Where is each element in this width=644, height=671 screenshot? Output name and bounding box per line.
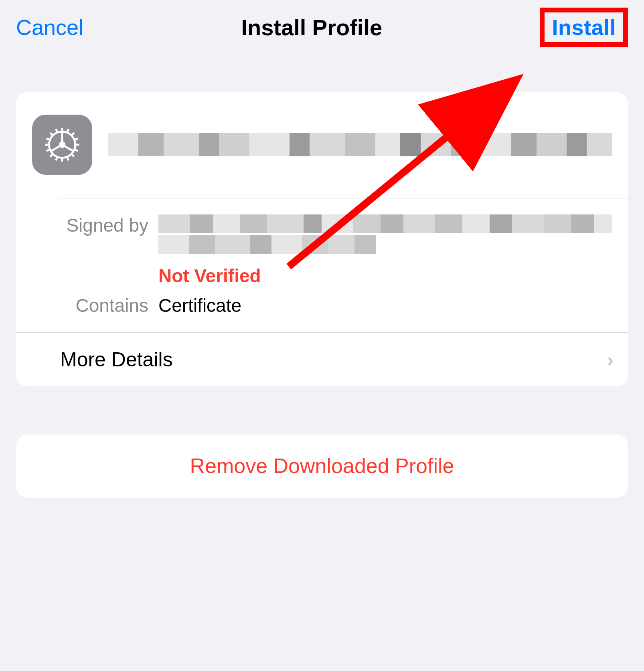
contains-label: Contains	[64, 295, 148, 316]
install-button[interactable]: Install	[552, 15, 616, 39]
signed-by-row: Signed by	[64, 210, 612, 291]
signed-by-label: Signed by	[64, 214, 148, 236]
profile-name-redacted	[108, 133, 612, 156]
cancel-button[interactable]: Cancel	[16, 15, 83, 40]
contains-value: Certificate	[158, 295, 241, 316]
svg-line-18	[47, 150, 50, 151]
svg-line-9	[50, 133, 53, 135]
profile-card: Signed by	[16, 92, 628, 386]
annotation-highlight-box: Install	[540, 8, 628, 47]
svg-line-12	[71, 154, 74, 157]
profile-title-row	[16, 92, 628, 198]
contains-row: Contains Certificate	[64, 291, 612, 320]
svg-line-11	[50, 154, 53, 157]
chevron-right-icon: ›	[607, 349, 614, 371]
modal-title: Install Profile	[241, 14, 382, 40]
verification-status: Not Verified	[158, 265, 612, 287]
svg-line-16	[67, 157, 68, 161]
svg-line-13	[56, 129, 57, 133]
svg-line-17	[47, 139, 50, 140]
svg-line-4	[62, 145, 73, 151]
gear-icon	[32, 115, 92, 175]
svg-line-15	[56, 157, 57, 161]
svg-line-10	[71, 133, 74, 135]
remove-profile-label: Remove Downloaded Profile	[190, 454, 454, 477]
more-details-row[interactable]: More Details ›	[16, 333, 628, 386]
profile-details: Signed by	[16, 198, 628, 332]
more-details-label: More Details	[60, 348, 173, 371]
modal-header: Cancel Install Profile Install	[0, 0, 644, 52]
remove-profile-button[interactable]: Remove Downloaded Profile	[16, 435, 628, 498]
svg-line-19	[75, 139, 78, 140]
svg-line-3	[51, 145, 62, 151]
signed-by-value-redacted	[158, 214, 612, 254]
svg-line-14	[67, 129, 68, 133]
svg-line-20	[75, 150, 78, 151]
